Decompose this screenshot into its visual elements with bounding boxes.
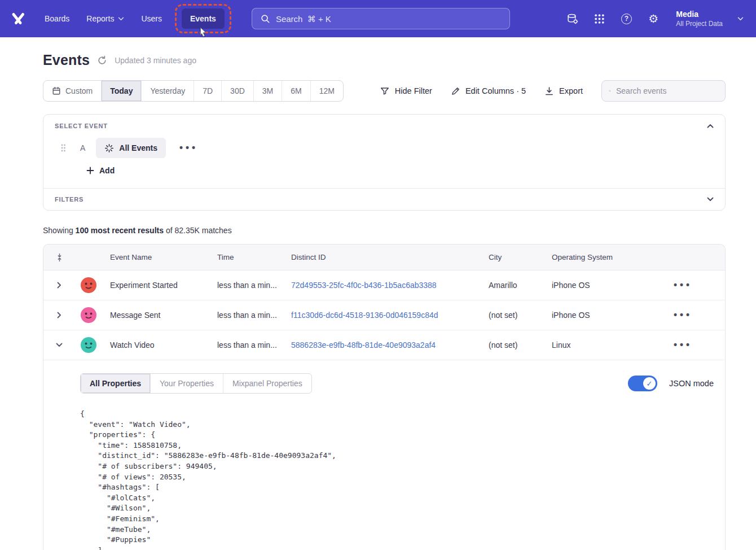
search-icon	[260, 14, 270, 24]
global-search-input[interactable]	[276, 14, 502, 24]
chevron-right-icon[interactable]	[43, 282, 75, 289]
event-detail-panel: All Properties Your Properties Mixpanel …	[43, 360, 725, 550]
export-label: Export	[559, 86, 583, 95]
nav-boards-label: Boards	[45, 14, 69, 23]
distinct-id-link[interactable]: 5886283e-e9fb-48fb-81de-40e9093a2af4	[291, 341, 436, 350]
events-search[interactable]	[601, 80, 726, 102]
event-selector-pill[interactable]: All Events	[96, 138, 166, 158]
filters-section[interactable]: FILTERS	[43, 188, 725, 210]
project-switcher[interactable]: Media All Project Data	[676, 9, 723, 28]
date-range-7d[interactable]: 7D	[194, 81, 222, 101]
toolbar-actions: Hide Filter Edit Columns · 5 Export	[380, 80, 726, 102]
chevron-right-icon[interactable]	[43, 312, 75, 318]
date-range-custom[interactable]: Custom	[43, 81, 102, 101]
help-icon[interactable]: ?	[619, 12, 633, 25]
tab-all-properties[interactable]: All Properties	[81, 374, 151, 393]
events-table: Event Name Time Distinct ID City Operati…	[43, 244, 726, 550]
cell-event-name: Watch Video	[102, 341, 209, 350]
gear-glyph: ⚙	[648, 13, 658, 24]
header-os[interactable]: Operating System	[544, 253, 665, 261]
table-header-row: Event Name Time Distinct ID City Operati…	[43, 245, 725, 270]
global-search[interactable]	[252, 8, 510, 29]
results-count: 100 most recent results	[76, 226, 164, 235]
drag-handle-icon[interactable]	[60, 143, 66, 152]
event-clause-row: A All Events •••	[55, 138, 714, 158]
events-search-input[interactable]	[616, 86, 718, 95]
settings-gear-icon[interactable]: ⚙	[647, 12, 660, 25]
distinct-id-link[interactable]: 72d49553-25fc-4f0c-b436-1b5ac6ab3388	[291, 281, 437, 290]
edit-columns-button[interactable]: Edit Columns · 5	[451, 86, 526, 96]
date-range-today[interactable]: Today	[102, 81, 142, 101]
page-title: Events	[43, 52, 90, 68]
nav-events[interactable]: Events	[182, 8, 225, 29]
results-summary: Showing 100 most recent results of 82.35…	[43, 226, 726, 235]
json-mode-toggle[interactable]: ✓	[628, 376, 657, 391]
date-range-selector: Custom Today Yesterday 7D 30D 3M 6M 12M	[43, 80, 344, 102]
chevron-down-icon[interactable]	[737, 17, 744, 21]
nav-reports-label: Reports	[86, 14, 114, 23]
hide-filter-label: Hide Filter	[395, 86, 432, 95]
date-range-yesterday[interactable]: Yesterday	[142, 81, 194, 101]
header-distinct-id[interactable]: Distinct ID	[283, 253, 481, 261]
nav-users[interactable]: Users	[133, 8, 170, 29]
pencil-icon	[451, 86, 460, 96]
date-range-12m[interactable]: 12M	[311, 81, 343, 101]
query-builder-card: SELECT EVENT A All Events •••	[43, 114, 726, 211]
row-more-icon[interactable]: •••	[673, 281, 691, 290]
cell-city: (not set)	[481, 311, 544, 320]
cell-time: less than a min...	[209, 341, 283, 350]
avatar	[81, 307, 96, 323]
hide-filter-button[interactable]: Hide Filter	[380, 86, 432, 96]
cell-city: (not set)	[481, 341, 544, 350]
header-city[interactable]: City	[481, 253, 544, 261]
mixpanel-logo[interactable]	[0, 12, 36, 25]
row-more-icon[interactable]: •••	[673, 341, 691, 350]
add-label: Add	[99, 166, 115, 175]
header-event-name[interactable]: Event Name	[102, 253, 209, 261]
mixpanel-logo-icon	[11, 12, 25, 25]
expand-all-icon[interactable]	[56, 253, 63, 262]
select-event-section: SELECT EVENT A All Events •••	[43, 115, 725, 188]
date-range-label: 30D	[230, 86, 245, 95]
page-header: Events Updated 3 minutes ago	[43, 52, 726, 68]
chevron-down-icon[interactable]	[43, 343, 75, 347]
properties-tabs: All Properties Your Properties Mixpanel …	[80, 373, 312, 394]
nav-boards[interactable]: Boards	[36, 8, 78, 29]
calendar-icon	[52, 86, 61, 95]
row-more-icon[interactable]: •••	[673, 311, 691, 320]
tab-mixpanel-properties[interactable]: Mixpanel Properties	[223, 374, 311, 393]
cell-os: Linux	[544, 341, 665, 350]
tab-your-properties[interactable]: Your Properties	[151, 374, 223, 393]
event-sparkle-icon	[104, 143, 114, 153]
nav-users-label: Users	[141, 14, 162, 23]
date-range-label: 3M	[262, 86, 273, 95]
add-event-button[interactable]: Add	[86, 166, 115, 175]
avatar	[81, 277, 96, 293]
nav-events-label: Events	[190, 14, 216, 23]
check-icon: ✓	[647, 379, 653, 388]
date-range-30d[interactable]: 30D	[222, 81, 254, 101]
header-time[interactable]: Time	[209, 253, 283, 261]
apps-grid-icon[interactable]	[592, 12, 606, 25]
date-range-6m[interactable]: 6M	[282, 81, 310, 101]
chevron-up-icon[interactable]	[707, 124, 714, 128]
data-management-icon[interactable]	[565, 12, 579, 25]
help-glyph: ?	[621, 14, 632, 24]
distinct-id-link[interactable]: f11c30d6-dc6d-4518-9136-0d046159c84d	[291, 311, 438, 320]
date-range-3m[interactable]: 3M	[254, 81, 282, 101]
refresh-icon[interactable]	[97, 55, 107, 66]
toggle-knob: ✓	[643, 377, 656, 390]
nav-reports[interactable]: Reports	[78, 8, 133, 29]
avatar	[81, 337, 96, 353]
clause-more-icon[interactable]: •••	[178, 143, 197, 153]
cell-city: Amarillo	[481, 281, 544, 290]
chevron-down-icon[interactable]	[707, 197, 714, 202]
export-button[interactable]: Export	[544, 86, 583, 96]
cell-time: less than a min...	[209, 311, 283, 320]
table-row: Message Sent less than a min... f11c30d6…	[43, 300, 725, 330]
selected-event-label: All Events	[119, 143, 157, 152]
results-prefix: Showing	[43, 226, 76, 235]
date-range-label: Yesterday	[150, 86, 185, 95]
cell-time: less than a min...	[209, 281, 283, 290]
filter-icon	[380, 86, 390, 96]
